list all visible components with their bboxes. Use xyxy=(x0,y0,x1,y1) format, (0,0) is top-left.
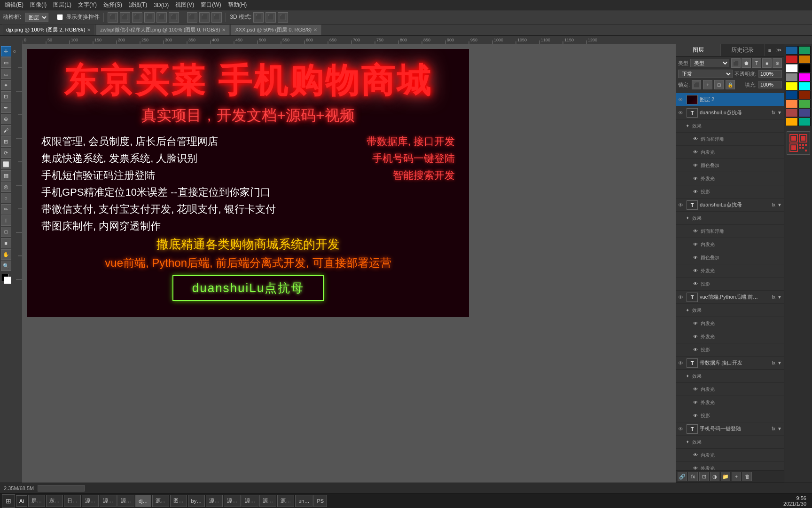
layer-expand-5[interactable]: ▼ xyxy=(777,426,782,431)
taskbar-btn-12[interactable]: 源… xyxy=(224,495,241,507)
taskbar-btn-9[interactable]: 图… xyxy=(170,495,187,507)
spot-heal-tool[interactable]: ⊕ xyxy=(1,114,11,124)
swatch-magenta[interactable] xyxy=(798,73,811,81)
menu-text[interactable]: 文字(Y) xyxy=(75,0,100,10)
swatch-black[interactable] xyxy=(798,64,811,72)
taskbar-btn-15[interactable]: 源… xyxy=(277,495,294,507)
panel-collapse-btn[interactable]: ≫ xyxy=(774,44,784,56)
layer-item-1[interactable]: 👁 T duanshuiLu点抗母 fx ▼ xyxy=(676,106,784,119)
layer-eye-1[interactable]: 👁 xyxy=(678,110,685,116)
taskbar-btn-11[interactable]: 源… xyxy=(206,495,223,507)
path-tool[interactable]: ⬡ xyxy=(1,227,11,237)
filter-pixel-icon[interactable]: ⬛ xyxy=(731,58,741,68)
taskbar-btn-13[interactable]: 源… xyxy=(242,495,258,507)
taskbar-btn-8[interactable]: 源… xyxy=(152,495,169,507)
tab-2[interactable]: XXX.psd @ 50% (图层 0, RGB/8) ✕ xyxy=(231,24,321,35)
taskbar-btn-7[interactable]: dj… xyxy=(135,495,151,507)
layer-eye-3[interactable]: 👁 xyxy=(678,294,685,300)
panel-options-btn[interactable]: ≡ xyxy=(765,44,774,56)
taskbar-btn-5[interactable]: 源… xyxy=(100,495,117,507)
tab-0-close[interactable]: ✕ xyxy=(87,27,91,32)
tab-1[interactable]: zwlxpf微信小程序大图.png @ 100% (图层 0, RGB/8) ✕ xyxy=(96,24,230,35)
3d-rotate-btn[interactable]: ⬛ xyxy=(265,12,276,23)
color-picker[interactable] xyxy=(1,274,11,284)
select-tool[interactable]: ▭ xyxy=(1,57,11,68)
taskbar-btn-10[interactable]: by… xyxy=(188,495,205,507)
swatch-gray[interactable] xyxy=(786,73,798,81)
taskbar-btn-6[interactable]: 源… xyxy=(117,495,134,507)
history-brush-tool[interactable]: ⟳ xyxy=(1,148,11,158)
layer-item-2[interactable]: 👁 T duanshuiLu点抗母 fx ▼ xyxy=(676,198,784,212)
taskbar-btn-16[interactable]: un… xyxy=(295,495,312,507)
crop-tool[interactable]: ⊡ xyxy=(1,91,11,102)
filter-text-icon[interactable]: T xyxy=(752,58,761,68)
layer-new-btn[interactable]: + xyxy=(732,472,741,481)
layer-item-3[interactable]: 👁 T vue前端,Python后端,前… fx ▼ xyxy=(676,291,784,304)
filter-smart-icon[interactable]: ⊛ xyxy=(773,58,782,68)
taskbar-btn-3[interactable]: 日… xyxy=(64,495,81,507)
swatch-white[interactable] xyxy=(786,64,798,72)
eyedrop-tool[interactable]: ✒ xyxy=(1,103,11,113)
swatch-blue[interactable] xyxy=(786,46,798,55)
menu-image[interactable]: 图像(I) xyxy=(27,0,49,10)
blur-tool[interactable]: ◎ xyxy=(1,182,11,192)
align-center-btn[interactable]: ⬛ xyxy=(120,12,130,23)
layer-expand-3[interactable]: ▼ xyxy=(777,294,782,300)
tab-0[interactable]: djp.png @ 100% (图层 2, RGB/8#) ✕ xyxy=(2,24,95,35)
clone-tool[interactable]: ⊞ xyxy=(1,136,11,147)
tab-2-close[interactable]: ✕ xyxy=(313,27,317,32)
layer-item-5[interactable]: 👁 T 手机号码一键登陆 fx ▼ xyxy=(676,422,784,436)
swatch-midgreen[interactable] xyxy=(798,100,811,108)
blend-mode-select[interactable]: 正常 xyxy=(678,70,733,78)
pen-tool[interactable]: ✏ xyxy=(1,204,11,214)
swatch-darkpink[interactable] xyxy=(786,109,798,117)
layer-adjust-btn[interactable]: ◑ xyxy=(710,472,719,481)
menu-select[interactable]: 选择(S) xyxy=(101,0,125,10)
swatch-darkblue[interactable] xyxy=(786,91,798,99)
lock-all-icon[interactable]: 🔒 xyxy=(726,80,735,89)
layer-item-0[interactable]: 👁 图层 2 xyxy=(676,93,784,106)
canvas-area[interactable]: 东京买菜 手机购物商城 真实项目，开发文档+源码+视频 权限管理, 会员制度, … xyxy=(23,44,676,483)
taskbar-btn-14[interactable]: 源… xyxy=(259,495,276,507)
layer-delete-btn[interactable]: 🗑 xyxy=(742,472,752,481)
lock-pixel-icon[interactable]: ⬛ xyxy=(692,80,701,89)
swatch-darkred[interactable] xyxy=(798,91,811,99)
lasso-tool[interactable]: ⌓ xyxy=(1,69,11,79)
magic-wand-tool[interactable]: ✦ xyxy=(1,80,11,90)
layer-item-4[interactable]: 👁 T 带数据库,接口开发 fx ▼ xyxy=(676,357,784,370)
taskbar-btn-4[interactable]: 源… xyxy=(82,495,99,507)
move-tool[interactable]: ✛ xyxy=(1,46,11,56)
layer-link-btn[interactable]: 🔗 xyxy=(678,472,687,481)
taskbar-btn-ps[interactable]: PS xyxy=(313,495,327,507)
layer-eye-2[interactable]: 👁 xyxy=(678,202,685,208)
start-button[interactable]: ⊞ xyxy=(2,494,15,508)
swatch-lightorange[interactable] xyxy=(786,100,798,108)
layer-expand-4[interactable]: ▼ xyxy=(777,360,782,365)
menu-window[interactable]: 窗口(W) xyxy=(198,0,224,10)
layer-expand-1[interactable]: ▼ xyxy=(777,110,782,115)
gradient-tool[interactable]: ▦ xyxy=(1,170,11,181)
layer-eye-0[interactable]: 👁 xyxy=(678,97,685,103)
hand-tool[interactable]: ✋ xyxy=(1,249,11,260)
show-controls-checkbox[interactable] xyxy=(57,14,63,20)
dist-v-btn[interactable]: ⬛ xyxy=(199,12,210,23)
swatch-red[interactable] xyxy=(786,55,798,64)
filter-shape-icon[interactable]: ■ xyxy=(762,58,772,68)
panel-tab-history[interactable]: 历史记录 xyxy=(721,44,765,56)
menu-edit[interactable]: 编辑(E) xyxy=(2,0,26,10)
layer-eye-5[interactable]: 👁 xyxy=(678,426,685,432)
brush-tool[interactable]: 🖌 xyxy=(1,125,11,135)
status-progress[interactable] xyxy=(38,485,85,492)
swatch-purple[interactable] xyxy=(798,109,811,117)
menu-view[interactable]: 视图(V) xyxy=(172,0,197,10)
menu-filter[interactable]: 滤镜(T) xyxy=(126,0,150,10)
layer-eye-4[interactable]: 👁 xyxy=(678,360,685,366)
fill-input[interactable] xyxy=(758,81,782,88)
swatch-yellow[interactable] xyxy=(786,82,798,90)
opacity-input[interactable] xyxy=(758,70,782,78)
eraser-tool[interactable]: ⬜ xyxy=(1,159,11,169)
taskbar-ai-icon[interactable]: Ai xyxy=(16,495,27,507)
shape-tool[interactable]: ■ xyxy=(1,238,11,248)
3d-mode-btn[interactable]: ⬛ xyxy=(253,12,264,23)
mode-select[interactable]: 图层选区 xyxy=(25,13,48,22)
